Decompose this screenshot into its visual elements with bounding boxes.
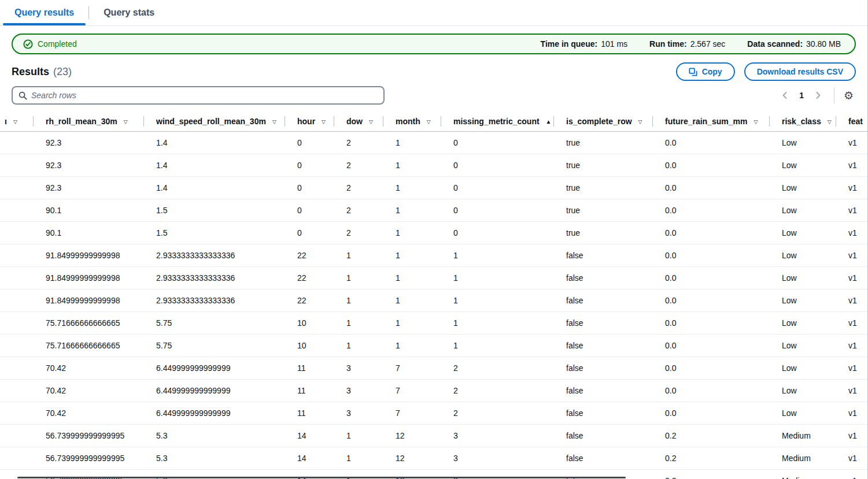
run-time-label: Run time: [649, 39, 687, 49]
filter-icon[interactable]: ▽ [638, 119, 642, 125]
table-row: 92.31.40210true0.0Lowv1 [0, 154, 868, 176]
table-cell [0, 266, 33, 289]
filter-icon[interactable]: ▽ [13, 119, 17, 125]
table-cell: 0 [441, 154, 553, 176]
column-header-feat[interactable]: feat [836, 112, 868, 131]
table-cell: 2 [441, 357, 553, 379]
next-page-button[interactable] [810, 88, 827, 102]
table-cell: v1 [836, 154, 868, 176]
column-label: is_complete_row [566, 117, 632, 126]
table-header-row: ı▽rh_roll_mean_30m▽wind_speed_roll_mean_… [0, 112, 868, 131]
table-row: 91.849999999999982.933333333333333622111… [0, 266, 868, 289]
column-header-missing_metric_count[interactable]: missing_metric_count▲ [441, 112, 553, 131]
download-results-csv-button[interactable]: Download results CSV [744, 62, 856, 81]
table-cell: 1 [383, 131, 441, 154]
copy-button[interactable]: Copy [676, 62, 735, 81]
current-page-number[interactable]: 1 [793, 91, 810, 100]
table-cell: 92.3 [33, 154, 143, 176]
table-cell: v1 [836, 311, 868, 334]
column-header-rh_roll_mean_30m[interactable]: rh_roll_mean_30m▽ [33, 112, 143, 131]
table-cell: 1.5 [143, 221, 285, 244]
column-header-hour[interactable]: hour▽ [285, 112, 334, 131]
table-cell: v1 [836, 176, 868, 199]
table-row: 70.426.44999999999999911372false0.0Lowv1 [0, 357, 868, 379]
table-cell: 3 [334, 402, 383, 424]
table-cell: v1 [836, 447, 868, 469]
table-cell: true [553, 154, 652, 176]
table-cell: 0.0 [652, 357, 769, 379]
results-title: Results [12, 66, 49, 78]
column-header-dow[interactable]: dow▽ [334, 112, 383, 131]
filter-icon[interactable]: ▽ [754, 119, 758, 125]
table-cell: 1 [383, 311, 441, 334]
table-cell: 2.9333333333333336 [143, 244, 285, 266]
table-cell: false [553, 334, 652, 357]
preferences-gear-icon[interactable]: ⚙ [841, 89, 856, 102]
table-cell: 91.84999999999998 [33, 289, 143, 311]
search-input[interactable] [31, 91, 378, 100]
column-header-wind_speed_roll_mean_30m[interactable]: wind_speed_roll_mean_30m▽ [143, 112, 285, 131]
table-cell [0, 402, 33, 424]
column-header-ı[interactable]: ı▽ [0, 112, 33, 131]
table-cell: 5.3 [143, 447, 285, 469]
table-cell: Low [769, 311, 836, 334]
table-cell: 1 [334, 266, 383, 289]
table-cell [0, 199, 33, 221]
sort-ascending-icon[interactable]: ▲ [546, 118, 552, 125]
table-cell [0, 379, 33, 402]
table-cell: 11 [285, 379, 334, 402]
table-cell: 22 [285, 289, 334, 311]
search-box [12, 86, 385, 105]
table-cell: 3 [441, 447, 553, 469]
table-cell: 1 [334, 311, 383, 334]
table-cell [0, 334, 33, 357]
filter-icon[interactable]: ▽ [369, 119, 373, 125]
table-cell: 0.0 [652, 289, 769, 311]
search-icon [19, 91, 27, 100]
table-cell: 90.1 [33, 199, 143, 221]
tab-query-results[interactable]: Query results [0, 0, 88, 25]
chevron-left-icon [781, 91, 789, 100]
table-cell: 91.84999999999998 [33, 266, 143, 289]
filter-icon[interactable]: ▽ [322, 119, 326, 125]
table-cell: 90.1 [33, 221, 143, 244]
table-cell: 0.0 [652, 402, 769, 424]
table-cell: 3 [441, 424, 553, 447]
horizontal-scrollbar[interactable] [17, 477, 626, 478]
table-cell: false [553, 357, 652, 379]
tab-query-stats[interactable]: Query stats [89, 0, 169, 25]
filter-icon[interactable]: ▽ [427, 119, 431, 125]
table-cell: 91.84999999999998 [33, 244, 143, 266]
query-results-panel: Query results Query stats Completed Time… [0, 0, 868, 479]
time-in-queue-metric: Time in queue:101 ms [541, 39, 627, 49]
column-header-future_rain_sum_mm[interactable]: future_rain_sum_mm▽ [652, 112, 769, 131]
table-row: 70.426.44999999999999911372false0.0Lowv1 [0, 379, 868, 402]
table-cell: 5.75 [143, 311, 285, 334]
table-controls: 1 ⚙ [12, 86, 856, 105]
filter-icon[interactable]: ▽ [828, 119, 832, 125]
table-cell: 2 [441, 379, 553, 402]
table-cell: v1 [836, 199, 868, 221]
table-cell: 0 [441, 131, 553, 154]
table-cell: 0.0 [652, 311, 769, 334]
previous-page-button[interactable] [776, 88, 793, 102]
table-cell: 1 [441, 244, 553, 266]
table-cell: true [553, 176, 652, 199]
column-header-risk_class[interactable]: risk_class▽ [769, 112, 836, 131]
filter-icon[interactable]: ▽ [124, 119, 128, 125]
query-status: Completed [23, 39, 77, 49]
table-cell: 6.449999999999999 [143, 402, 285, 424]
tab-query-stats-label: Query stats [104, 8, 154, 18]
table-cell: 1 [334, 244, 383, 266]
table-cell: Low [769, 131, 836, 154]
table-cell: false [553, 424, 652, 447]
column-label: dow [346, 117, 363, 126]
column-header-is_complete_row[interactable]: is_complete_row▽ [553, 112, 652, 131]
run-time-metric: Run time:2.567 sec [649, 39, 725, 49]
table-cell [0, 244, 33, 266]
table-cell: true [553, 221, 652, 244]
table-cell: v1 [836, 244, 868, 266]
table-row: 91.849999999999982.933333333333333622111… [0, 244, 868, 266]
filter-icon[interactable]: ▽ [272, 119, 276, 125]
column-header-month[interactable]: month▽ [383, 112, 441, 131]
